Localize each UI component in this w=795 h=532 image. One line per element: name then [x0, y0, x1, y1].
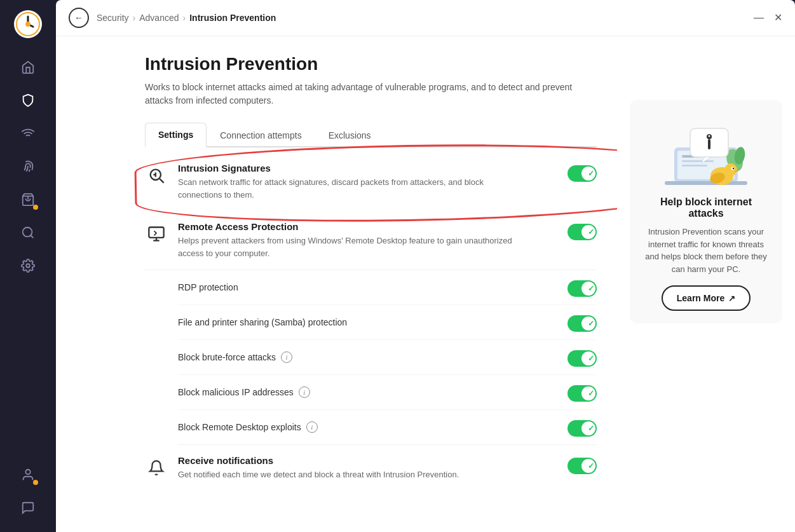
- remote-desktop-label: Block Remote Desktop exploits i: [178, 421, 567, 433]
- sidebar-item-shield[interactable]: [14, 86, 42, 114]
- sidebar-item-settings[interactable]: [14, 252, 42, 280]
- file-printer-check-icon: ✓: [588, 319, 594, 328]
- intrusion-signatures-icon: [145, 164, 168, 187]
- remote-desktop-toggle[interactable]: ✓: [567, 420, 597, 437]
- malicious-ip-toggle[interactable]: ✓: [567, 385, 597, 402]
- sidebar-item-store[interactable]: [14, 186, 42, 214]
- remote-access-switch[interactable]: ✓: [567, 224, 597, 240]
- remote-access-icon: [145, 222, 168, 245]
- sidebar: [0, 0, 56, 532]
- brute-force-switch[interactable]: ✓: [567, 350, 597, 367]
- breadcrumb-sep-1: ›: [133, 13, 136, 23]
- file-printer-label: File and printer sharing (Samba) protect…: [178, 317, 567, 327]
- file-printer-toggle[interactable]: ✓: [567, 315, 597, 332]
- intrusion-signatures-switch[interactable]: ✓: [567, 165, 597, 182]
- breadcrumb: Security › Advanced › Intrusion Preventi…: [97, 13, 276, 23]
- setting-item-intrusion-signatures: Intrusion Signatures Scan network traffi…: [145, 153, 597, 211]
- breadcrumb-sep-2: ›: [183, 13, 186, 23]
- page-description: Works to block internet attacks aimed at…: [145, 81, 577, 107]
- notifications-switch[interactable]: ✓: [567, 458, 597, 474]
- sidebar-item-search[interactable]: [14, 219, 42, 247]
- sub-setting-brute-force: Block brute-force attacks i ✓: [178, 340, 597, 375]
- brute-force-check-icon: ✓: [588, 354, 594, 363]
- svg-point-27: [724, 163, 737, 176]
- malicious-ip-check-icon: ✓: [588, 389, 594, 398]
- sub-setting-rdp: RDP protection ✓: [178, 270, 597, 305]
- intrusion-signatures-title: Intrusion Signatures: [178, 163, 557, 174]
- remote-toggle-check-icon: ✓: [588, 228, 594, 236]
- svg-point-2: [25, 22, 31, 27]
- close-button[interactable]: ✕: [774, 13, 782, 23]
- intrusion-signatures-toggle[interactable]: ✓: [567, 165, 597, 182]
- main-window: ← Security › Advanced › Intrusion Preven…: [56, 0, 795, 532]
- svg-rect-22: [682, 160, 714, 162]
- brute-force-info-icon[interactable]: i: [281, 351, 292, 363]
- tab-settings[interactable]: Settings: [145, 123, 207, 147]
- notifications-toggle[interactable]: ✓: [567, 458, 597, 474]
- svg-rect-20: [665, 181, 747, 185]
- notifications-title: Receive notifications: [178, 455, 557, 466]
- intrusion-signatures-wrapper: Intrusion Signatures Scan network traffi…: [145, 153, 597, 211]
- sidebar-item-chat[interactable]: [14, 494, 42, 522]
- sidebar-item-wifi[interactable]: [14, 119, 42, 147]
- minimize-button[interactable]: —: [754, 13, 764, 23]
- content-area: Intrusion Prevention Works to block inte…: [56, 36, 795, 532]
- window-controls: — ✕: [754, 13, 782, 23]
- rdp-switch[interactable]: ✓: [567, 280, 597, 297]
- notifications-content: Receive notifications Get notified each …: [178, 455, 557, 481]
- app-logo: [14, 10, 42, 38]
- remote-access-toggle[interactable]: ✓: [567, 224, 597, 240]
- breadcrumb-security[interactable]: Security: [97, 13, 129, 23]
- info-card: Help block internet attacks Intrusion Pr…: [630, 100, 782, 324]
- title-bar: ← Security › Advanced › Intrusion Preven…: [56, 0, 795, 36]
- info-card-description: Intrusion Prevention scans your internet…: [642, 226, 770, 275]
- brute-force-toggle[interactable]: ✓: [567, 350, 597, 367]
- intrusion-signatures-desc: Scan network traffic for attack signatur…: [178, 176, 521, 201]
- malicious-ip-switch[interactable]: ✓: [567, 385, 597, 402]
- page-title: Intrusion Prevention: [145, 54, 597, 74]
- file-printer-switch[interactable]: ✓: [567, 315, 597, 332]
- notifications-icon: [145, 456, 168, 479]
- tab-exclusions[interactable]: Exclusions: [315, 123, 384, 147]
- info-card-illustration: [655, 113, 757, 189]
- user-notification-dot: [33, 480, 38, 485]
- svg-point-9: [26, 264, 30, 268]
- remote-desktop-switch[interactable]: ✓: [567, 420, 597, 437]
- svg-rect-34: [708, 139, 710, 149]
- malicious-ip-info-icon[interactable]: i: [299, 386, 310, 398]
- brute-force-label: Block brute-force attacks i: [178, 351, 567, 363]
- learn-more-button[interactable]: Learn More ↗: [662, 285, 751, 311]
- sub-setting-remote-desktop: Block Remote Desktop exploits i ✓: [178, 410, 597, 445]
- remote-access-content: Remote Access Protection Helps prevent a…: [178, 221, 557, 259]
- rdp-toggle[interactable]: ✓: [567, 280, 597, 297]
- settings-list: Intrusion Signatures Scan network traffi…: [145, 147, 597, 496]
- sidebar-item-fingerprint[interactable]: [14, 153, 42, 181]
- rdp-check-icon: ✓: [588, 284, 594, 293]
- sidebar-item-user[interactable]: [14, 461, 42, 489]
- remote-desktop-check-icon: ✓: [588, 424, 594, 433]
- learn-more-label: Learn More: [677, 293, 724, 303]
- breadcrumb-advanced[interactable]: Advanced: [139, 13, 179, 23]
- notifications-check-icon: ✓: [588, 461, 594, 470]
- sub-settings: RDP protection ✓ File and printer sharin…: [145, 270, 597, 445]
- info-card-title: Help block internet attacks: [642, 196, 770, 219]
- tabs: Settings Connection attempts Exclusions: [145, 123, 597, 147]
- toggle-check-icon: ✓: [588, 169, 594, 178]
- back-button[interactable]: ←: [69, 8, 89, 28]
- tab-connection-attempts[interactable]: Connection attempts: [207, 123, 315, 147]
- intrusion-signatures-content: Intrusion Signatures Scan network traffi…: [178, 163, 557, 201]
- svg-point-7: [23, 228, 32, 237]
- breadcrumb-current: Intrusion Prevention: [189, 13, 276, 23]
- remote-access-desc: Helps prevent attackers from using Windo…: [178, 235, 521, 259]
- sidebar-item-home[interactable]: [14, 53, 42, 81]
- svg-point-33: [709, 135, 710, 137]
- right-panel: Help block internet attacks Intrusion Pr…: [617, 36, 795, 532]
- notification-dot: [33, 205, 38, 210]
- setting-item-remote-access: Remote Access Protection Helps prevent a…: [145, 211, 597, 270]
- remote-desktop-info-icon[interactable]: i: [306, 421, 318, 433]
- setting-item-notifications: Receive notifications Get notified each …: [145, 445, 597, 491]
- sub-setting-file-printer: File and printer sharing (Samba) protect…: [178, 305, 597, 340]
- notifications-desc: Get notified each time we detect and blo…: [178, 468, 521, 481]
- remote-access-title: Remote Access Protection: [178, 221, 557, 232]
- sub-setting-malicious-ip: Block malicious IP addresses i ✓: [178, 375, 597, 410]
